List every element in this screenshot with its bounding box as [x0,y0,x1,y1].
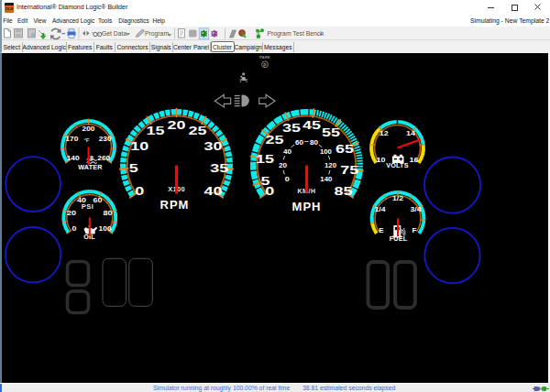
svg-text:MPH: MPH [292,200,322,213]
svg-text:140: 140 [320,176,332,182]
svg-text:0: 0 [72,224,78,233]
svg-text:35: 35 [210,161,228,175]
svg-text:15: 15 [256,152,274,166]
svg-text:200: 200 [82,125,96,133]
svg-text:°F: °F [83,137,89,143]
svg-text:25: 25 [265,133,283,147]
svg-text:F: F [412,226,417,234]
svg-text:Program Test Bench: Program Test Bench [268,30,324,38]
svg-text:25: 25 [188,124,206,137]
svg-text:100: 100 [320,148,332,155]
svg-text:5: 5 [129,161,138,175]
svg-text:0: 0 [135,184,144,198]
svg-text:1/2: 1/2 [392,194,403,202]
svg-text:170: 170 [65,135,79,143]
svg-text:20: 20 [67,209,77,217]
svg-text:RPM: RPM [160,198,190,212]
svg-text:35: 35 [282,121,301,135]
svg-text:260: 260 [97,154,111,162]
svg-text:30: 30 [204,139,223,153]
svg-text:60: 60 [93,196,103,204]
svg-text:60: 60 [295,139,303,146]
svg-text:80: 80 [310,139,318,146]
svg-text:45: 45 [302,118,321,132]
svg-text:100: 100 [99,224,113,233]
svg-text:1/4: 1/4 [374,205,386,213]
svg-text:5: 5 [261,174,270,188]
svg-text:Program: Program [145,30,169,38]
svg-text:20: 20 [168,118,186,132]
svg-text:65: 65 [336,142,354,156]
svg-text:120: 120 [324,162,336,169]
svg-text:20: 20 [279,162,287,169]
svg-text:PARK: PARK [259,55,271,60]
svg-text:E: E [379,226,384,234]
svg-text:55: 55 [322,125,340,139]
svg-text:15: 15 [147,124,165,137]
svg-text:10: 10 [130,139,148,153]
svg-text:VOLTS: VOLTS [386,161,408,169]
svg-text:140: 140 [67,154,81,162]
svg-text:85: 85 [335,184,353,198]
svg-text:12: 12 [380,129,390,137]
svg-text:80: 80 [104,209,114,217]
svg-text:PSI: PSI [82,202,94,211]
svg-text:WATER: WATER [78,163,103,171]
svg-text:75: 75 [340,163,358,177]
svg-text:3/4: 3/4 [411,205,423,213]
svg-text:0: 0 [285,176,290,182]
svg-text:Get Data: Get Data [102,30,126,37]
svg-text:40: 40 [204,184,223,198]
svg-text:16: 16 [410,156,420,164]
svg-text:230: 230 [99,135,113,143]
svg-text:14: 14 [406,129,416,137]
svg-text:40: 40 [283,148,292,155]
svg-text:10: 10 [376,156,386,164]
